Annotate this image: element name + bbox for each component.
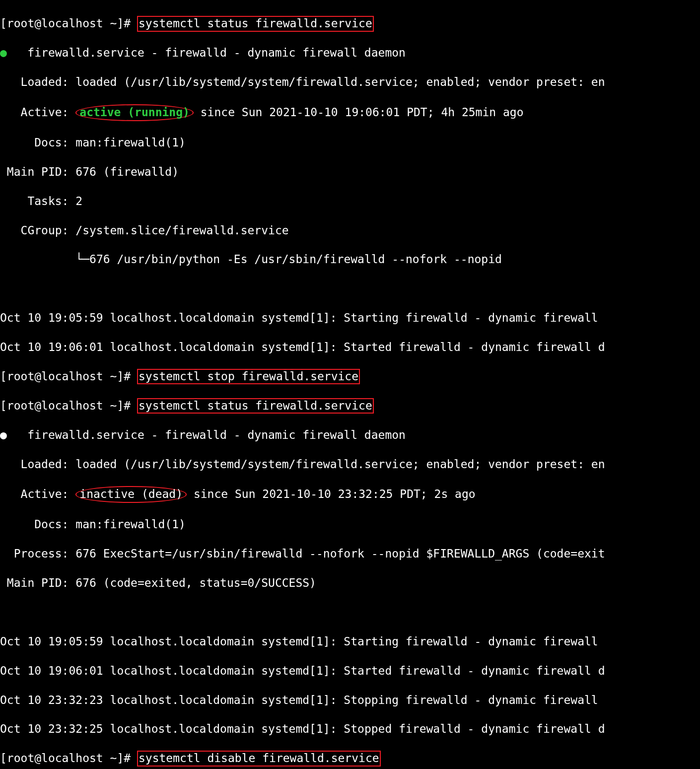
cmd-line-stop: [root@localhost ~]# systemctl stop firew… [0, 369, 700, 384]
svc-active-value-running: active (running) [75, 104, 194, 121]
svc-active-prefix-2: Active: [0, 488, 75, 500]
svc-active-1: Active: active (running) since Sun 2021-… [0, 104, 700, 121]
svc-docs-2: Docs: man:firewalld(1) [0, 517, 700, 532]
cmd-status-2: systemctl status firewalld.service [138, 399, 373, 413]
svc-active-suffix-2: since Sun 2021-10-10 23:32:25 PDT; 2s ag… [187, 488, 476, 500]
cmd-line-status-1: [root@localhost ~]# systemctl status fir… [0, 16, 700, 31]
svc-tasks-1: Tasks: 2 [0, 194, 700, 209]
log-2c: Oct 10 23:32:23 localhost.localdomain sy… [0, 693, 700, 707]
status-dot-active: ● [0, 46, 7, 60]
svc-active-value-dead: inactive (dead) [75, 486, 187, 502]
svc-header-text-2: firewalld.service - firewalld - dynamic … [7, 428, 406, 441]
log-2d: Oct 10 23:32:25 localhost.localdomain sy… [0, 722, 700, 736]
cmd-status-1: systemctl status firewalld.service [138, 16, 373, 31]
blank [0, 281, 700, 296]
svc-cgroup-1: CGroup: /system.slice/firewalld.service [0, 223, 700, 238]
shell-prompt: [root@localhost ~]# [0, 752, 138, 765]
svc-active-2: Active: inactive (dead) since Sun 2021-1… [0, 486, 700, 502]
log-2a: Oct 10 19:05:59 localhost.localdomain sy… [0, 634, 700, 649]
log-1a: Oct 10 19:05:59 localhost.localdomain sy… [0, 311, 700, 325]
svc-loaded-1: Loaded: loaded (/usr/lib/systemd/system/… [0, 75, 700, 89]
shell-prompt: [root@localhost ~]# [0, 17, 138, 30]
svc-process-2: Process: 676 ExecStart=/usr/sbin/firewal… [0, 547, 700, 561]
svc-active-prefix-1: Active: [0, 106, 75, 119]
svc-cgroup-child-1: └─676 /usr/bin/python -Es /usr/sbin/fire… [0, 252, 700, 267]
svc-mainpid-2: Main PID: 676 (code=exited, status=0/SUC… [0, 576, 700, 590]
shell-prompt: [root@localhost ~]# [0, 370, 138, 383]
shell-prompt: [root@localhost ~]# [0, 399, 138, 412]
svc-active-suffix-1: since Sun 2021-10-10 19:06:01 PDT; 4h 25… [194, 106, 524, 119]
tree-elbow-icon: └─ [75, 253, 89, 266]
cmd-stop: systemctl stop firewalld.service [138, 369, 359, 384]
svc-header-text-1: firewalld.service - firewalld - dynamic … [7, 46, 406, 59]
svc-header-2: ● firewalld.service - firewalld - dynami… [0, 428, 700, 442]
svc-cgroup-child-text-1: 676 /usr/bin/python -Es /usr/sbin/firewa… [89, 253, 502, 266]
svc-docs-1: Docs: man:firewalld(1) [0, 136, 700, 150]
blank [0, 605, 700, 620]
svc-mainpid-1: Main PID: 676 (firewalld) [0, 165, 700, 179]
svc-loaded-2: Loaded: loaded (/usr/lib/systemd/system/… [0, 457, 700, 472]
cmd-line-status-2: [root@localhost ~]# systemctl status fir… [0, 399, 700, 413]
terminal[interactable]: [root@localhost ~]# systemctl status fir… [0, 0, 700, 769]
status-dot-inactive: ● [0, 428, 7, 442]
log-2b: Oct 10 19:06:01 localhost.localdomain sy… [0, 664, 700, 678]
svc-header-1: ● firewalld.service - firewalld - dynami… [0, 46, 700, 60]
cmd-line-disable: [root@localhost ~]# systemctl disable fi… [0, 751, 700, 766]
log-1b: Oct 10 19:06:01 localhost.localdomain sy… [0, 340, 700, 354]
cmd-disable: systemctl disable firewalld.service [138, 751, 380, 766]
